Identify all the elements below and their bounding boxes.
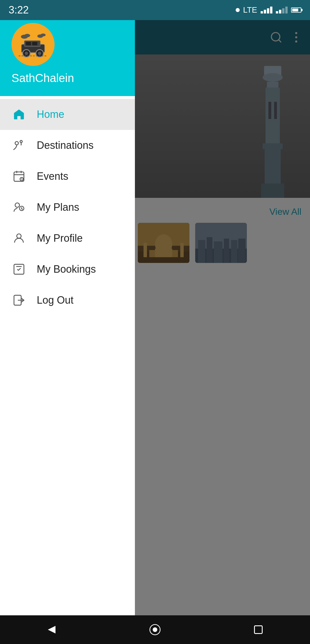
sidebar-item-events[interactable]: Events [0,161,135,192]
svg-point-46 [15,142,19,145]
sidebar-item-destinations[interactable]: Destinations [0,130,135,161]
status-icons: LTE [236,5,301,15]
sidebar-item-log-out[interactable]: Log Out [0,285,135,316]
svg-point-44 [38,52,41,55]
svg-rect-39 [26,42,31,45]
home-circle-icon [149,623,161,636]
sidebar-item-home[interactable]: Home [0,99,135,130]
calendar-icon [11,169,26,184]
status-time: 3:22 [9,4,29,16]
svg-point-62 [153,627,157,632]
sidebar-item-destinations-label: Destinations [37,139,94,151]
nav-list: Home Destinations [0,96,135,644]
svg-rect-63 [255,626,262,634]
svg-rect-40 [32,42,37,45]
signal-bars-icon [261,7,272,13]
logout-icon [11,293,26,308]
sidebar-item-log-out-label: Log Out [37,294,73,306]
sidebar-item-my-plans[interactable]: My Plans [0,192,135,223]
person-icon [11,231,26,246]
svg-point-42 [25,52,28,55]
app-name: SathChalein [11,72,123,85]
svg-point-36 [40,34,46,36]
svg-point-47 [20,140,22,143]
sidebar-item-my-bookings-label: My Bookings [37,263,96,275]
back-icon [46,624,57,635]
app-logo-icon [17,32,49,57]
bottom-navigation-bar [0,615,310,644]
svg-point-55 [17,234,21,238]
svg-rect-48 [14,172,24,182]
recents-icon [253,625,264,635]
sidebar-item-events-label: Events [37,170,68,182]
avatar [11,23,55,66]
sidebar-item-my-profile-label: My Profile [37,232,83,244]
battery-icon [291,7,301,13]
sidebar-item-home-label: Home [37,108,64,120]
recents-button[interactable] [247,618,270,641]
navigation-drawer: SathChalein Home Destinations [0,0,135,644]
back-button[interactable] [40,618,63,641]
status-bar: 3:22 LTE [0,0,310,20]
svg-point-53 [15,203,20,207]
network-lte-label: LTE [243,5,257,15]
svg-marker-60 [48,626,56,634]
sidebar-item-my-bookings[interactable]: My Bookings [0,254,135,285]
overlay-scrim[interactable] [132,20,310,644]
clock-person-icon [11,200,26,215]
sidebar-item-my-profile[interactable]: My Profile [0,223,135,254]
network-dot-icon [236,8,240,12]
home-icon [11,107,26,122]
sidebar-item-my-plans-label: My Plans [37,201,79,213]
map-pin-icon [11,138,26,153]
svg-point-34 [24,34,30,37]
booking-icon [11,262,26,277]
home-button[interactable] [144,618,166,641]
signal-bars2-icon [276,7,288,13]
